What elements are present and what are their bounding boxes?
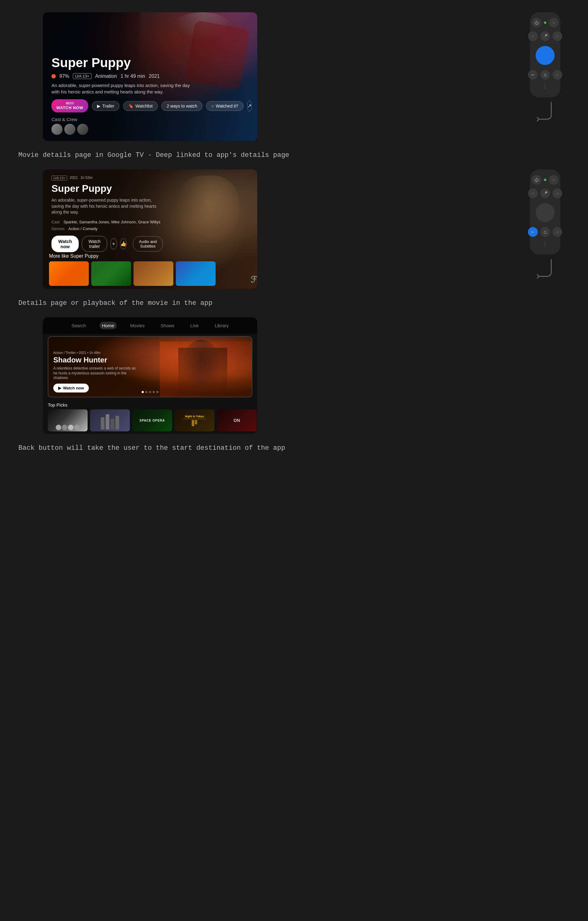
remote2-back-button[interactable] — [528, 227, 538, 237]
circle-icon-6: ○ — [532, 191, 534, 196]
remote1-back-button[interactable] — [528, 70, 538, 80]
remote2-left-button[interactable]: ○ — [528, 189, 538, 198]
thumbnail-1[interactable] — [49, 261, 89, 286]
remote1-right-button[interactable]: ○ — [552, 31, 562, 41]
pick-thumb-1[interactable] — [48, 409, 88, 431]
panel2-genres-label: Genres — [52, 226, 65, 231]
panel2-cast-value: Sparkie, Samantha Jones, Mike Johnson, G… — [63, 220, 160, 224]
remote2-home-button[interactable] — [540, 227, 550, 237]
share-button[interactable]: ↗ — [247, 101, 252, 112]
hero-watch-label: Watch now — [63, 386, 84, 391]
nav-search[interactable]: Search — [69, 322, 89, 329]
trailer-label: Trailer — [102, 104, 114, 109]
hero-title: Shadow Hunter — [53, 356, 139, 364]
circle-icon-8: ○ — [556, 230, 559, 234]
remote2-power-button[interactable] — [532, 175, 541, 185]
more-like-section: More like Super Puppy — [43, 250, 257, 289]
hero-card[interactable]: Action / Thriller • 2021 • 1h 48m Shadow… — [48, 336, 252, 397]
thumbnail-2[interactable] — [91, 261, 131, 286]
remote1-center-button[interactable] — [536, 46, 555, 65]
remote2-top-right-button[interactable]: ○ — [549, 175, 559, 185]
movi-label-text: MOVI — [56, 102, 83, 105]
nav-home[interactable]: Home — [99, 322, 117, 329]
pick-thumb-4[interactable]: Night in Tokyo — [175, 409, 214, 431]
nav-library[interactable]: Library — [212, 322, 231, 329]
panel2-genres-value: Action / Comedy — [68, 226, 97, 231]
circle-icon: ○ — [552, 21, 555, 25]
connector-arrow-2 — [533, 255, 557, 281]
circle-icon-3: ○ — [556, 34, 559, 39]
hero-watch-now-button[interactable]: ▶ Watch now — [53, 384, 89, 392]
movi-watch-now-button[interactable]: MOVI WATCH NOW — [52, 99, 88, 112]
remote1-indicator — [544, 21, 546, 24]
remote1-top-row: ○ — [532, 18, 559, 28]
movi-watchnow-text: WATCH NOW — [56, 106, 83, 110]
remote1-bottom-row: ○ — [528, 70, 562, 80]
watch-now-button[interactable]: Watch now — [52, 236, 79, 252]
connector-arrow-1 — [533, 98, 557, 124]
panel2-title: Super Puppy — [52, 183, 163, 194]
back-icon — [530, 72, 535, 78]
remote1-left-button[interactable]: ○ — [528, 31, 538, 41]
remote-1: ○ ○ 🎤 ○ — [530, 12, 560, 98]
dot-4 — [153, 391, 155, 393]
play-icon: ▶ — [97, 104, 101, 109]
remote2-top-row: ○ — [532, 175, 559, 185]
remote2-center-button[interactable] — [536, 203, 555, 222]
watchlist-button[interactable]: 🔖 Watchlist — [123, 101, 158, 111]
cast-avatar-1 — [52, 124, 62, 135]
remote1-extra-button[interactable]: ○ — [552, 70, 562, 80]
caption-2: Details page or playback of the movie in… — [0, 295, 588, 311]
panel2-actions: Watch now Watch trailer + 👍 Audio and Su… — [52, 236, 163, 252]
like-button[interactable]: 👍 — [120, 238, 127, 249]
remote2-indicator — [544, 179, 546, 181]
remote2-bottom-row: ○ — [528, 227, 562, 237]
play-icon-hero: ▶ — [58, 386, 61, 391]
panel2-genres-row: Genres Action / Comedy — [52, 226, 163, 231]
power-icon — [534, 20, 539, 25]
remote-2: ○ ○ 🎤 ○ — [530, 169, 560, 255]
nav-shows[interactable]: Shows — [158, 322, 177, 329]
caption3-text: Back button will take the user to the st… — [18, 444, 285, 452]
nav-live[interactable]: Live — [188, 322, 201, 329]
power-icon-2 — [534, 177, 539, 182]
remote1-power-button[interactable] — [532, 18, 541, 28]
ways-to-watch-button[interactable]: 2 ways to watch — [161, 101, 202, 111]
panel2-content: U/A 13+ 2021 1h 53m Super Puppy An adora… — [43, 169, 172, 258]
pick-thumb-5[interactable]: ON — [217, 409, 257, 431]
caption2-text: Details page or playback of the movie in… — [18, 299, 213, 307]
pick-thumb-3[interactable]: SPACE OPERA — [132, 409, 172, 431]
panel2-year: 2021 — [70, 176, 78, 181]
mic-icon-2: 🎤 — [543, 191, 547, 195]
remote1-home-button[interactable] — [540, 70, 550, 80]
thumbnail-3[interactable] — [133, 261, 173, 286]
remote2-right-button[interactable]: ○ — [552, 189, 562, 198]
remote2-mic-button[interactable]: 🎤 — [540, 189, 550, 198]
remote1-top-right-button[interactable]: ○ — [549, 18, 559, 28]
panel1-year: 2021 — [149, 73, 160, 79]
watchlist-label: Watchlist — [135, 104, 153, 109]
audio-subs-button[interactable]: Audio and Subtitles — [133, 236, 163, 252]
pick-thumb-2[interactable] — [90, 409, 130, 431]
watch-trailer-button[interactable]: Watch trailer — [82, 236, 107, 252]
caption-3: Back button will take the user to the st… — [0, 440, 588, 456]
panel-app-home: Search Home Movies Shows Live Library — [43, 317, 257, 434]
cast-crew-label: Cast & Crew — [52, 117, 249, 122]
top-picks-title: Top Picks — [48, 402, 252, 407]
section-2-row: U/A 13+ 2021 1h 53m Super Puppy An adora… — [0, 163, 588, 295]
remote2-extra-button[interactable]: ○ — [552, 227, 562, 237]
watched-it-button[interactable]: ○ Watched it? — [206, 101, 244, 111]
thumbnail-4[interactable] — [176, 261, 216, 286]
page-wrapper: Super Puppy 97% U/A 13+ Animation 1 hr 4… — [0, 6, 588, 456]
panel2-badge: U/A 13+ — [52, 176, 67, 181]
nav-movies[interactable]: Movies — [128, 322, 147, 329]
circle-icon-2: ○ — [532, 34, 534, 39]
remote2-mic-row: ○ 🎤 ○ — [528, 189, 562, 198]
trailer-button[interactable]: ▶ Trailer — [92, 101, 119, 111]
dot-3 — [149, 391, 151, 393]
cast-avatar-3 — [77, 124, 88, 135]
scroll-indicator: ℱ — [250, 275, 257, 285]
panel-google-tv: Super Puppy 97% U/A 13+ Animation 1 hr 4… — [43, 12, 257, 141]
add-button[interactable]: + — [110, 238, 117, 249]
remote1-mic-button[interactable]: 🎤 — [540, 31, 550, 41]
